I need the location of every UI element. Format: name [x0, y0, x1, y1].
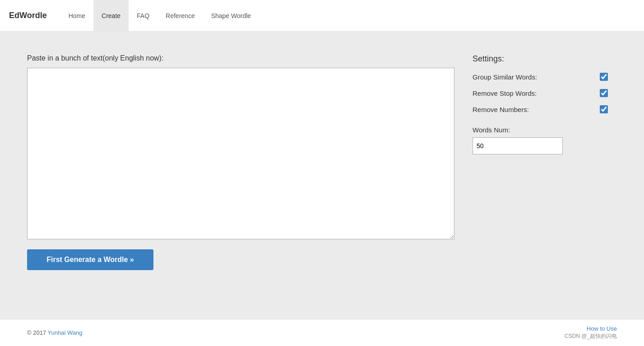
nav-links: Home Create FAQ Reference Shape Wordle — [60, 0, 259, 31]
paste-label: Paste in a bunch of text(only English no… — [27, 54, 454, 62]
nav-item-home: Home — [60, 0, 93, 32]
setting-row-remove-stop: Remove Stop Words: — [473, 89, 608, 97]
checkbox-remove-stop[interactable] — [600, 89, 608, 97]
footer-right: How to Use CSDN @_超快的闪电 — [565, 325, 617, 340]
nav-item-reference: Reference — [158, 0, 203, 32]
footer-left: © 2017 Yunhai Wang — [27, 329, 82, 336]
nav-link-faq[interactable]: FAQ — [129, 0, 158, 32]
csdn-label: CSDN @_超快的闪电 — [565, 333, 617, 339]
words-num-input[interactable] — [473, 137, 563, 154]
checkbox-group-similar[interactable] — [600, 73, 608, 81]
nav-item-faq: FAQ — [129, 0, 158, 32]
footer-copyright: © 2017 — [27, 329, 46, 336]
nav-link-create[interactable]: Create — [93, 0, 129, 32]
footer-author-link[interactable]: Yunhai Wang — [48, 329, 83, 336]
navbar: EdWordle Home Create FAQ Reference Shape… — [0, 0, 644, 32]
nav-link-shape-wordle[interactable]: Shape Wordle — [203, 0, 259, 32]
text-input[interactable] — [27, 68, 454, 239]
generate-button[interactable]: First Generate a Wordle » — [27, 249, 153, 270]
setting-label-remove-numbers: Remove Numbers: — [473, 106, 529, 113]
setting-label-remove-stop: Remove Stop Words: — [473, 89, 537, 97]
nav-link-home[interactable]: Home — [60, 0, 93, 32]
words-num-label: Words Num: — [473, 126, 617, 134]
setting-row-remove-numbers: Remove Numbers: — [473, 105, 608, 113]
nav-link-reference[interactable]: Reference — [158, 0, 203, 32]
navbar-brand[interactable]: EdWordle — [9, 11, 47, 20]
footer: © 2017 Yunhai Wang How to Use CSDN @_超快的… — [0, 319, 644, 346]
nav-item-create: Create — [93, 0, 129, 32]
how-to-use-link[interactable]: How to Use — [565, 325, 617, 332]
main-content: Paste in a bunch of text(only English no… — [0, 32, 644, 319]
checkbox-remove-numbers[interactable] — [600, 105, 608, 113]
right-panel: Settings: Group Similar Words: Remove St… — [473, 54, 617, 301]
setting-label-group-similar: Group Similar Words: — [473, 73, 537, 81]
left-panel: Paste in a bunch of text(only English no… — [27, 54, 454, 301]
nav-item-shape-wordle: Shape Wordle — [203, 0, 259, 32]
words-num-section: Words Num: — [473, 126, 617, 154]
setting-row-group-similar: Group Similar Words: — [473, 73, 608, 81]
settings-title: Settings: — [473, 54, 617, 64]
